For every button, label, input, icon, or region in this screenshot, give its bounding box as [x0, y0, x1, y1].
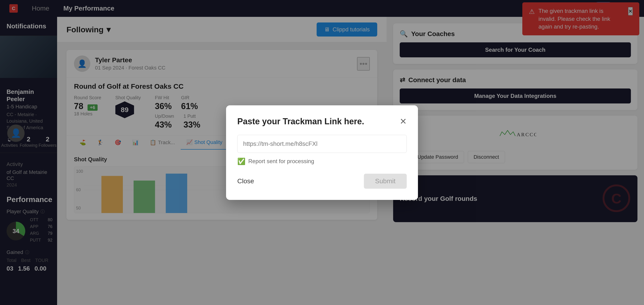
- success-icon: ✅: [237, 158, 246, 165]
- modal-submit-button[interactable]: Submit: [364, 174, 407, 189]
- modal-close-x-button[interactable]: ✕: [400, 116, 407, 126]
- modal-close-button[interactable]: Close: [237, 174, 254, 189]
- modal-overlay[interactable]: Paste your Trackman Link here. ✕ ✅ Repor…: [0, 0, 644, 305]
- trackman-modal: Paste your Trackman Link here. ✕ ✅ Repor…: [226, 105, 418, 200]
- modal-header: Paste your Trackman Link here. ✕: [237, 116, 407, 126]
- modal-footer: Close Submit: [237, 174, 407, 189]
- modal-success-message: ✅ Report sent for processing: [237, 158, 407, 165]
- modal-title: Paste your Trackman Link here.: [237, 116, 364, 126]
- success-text: Report sent for processing: [248, 158, 314, 164]
- trackman-link-input[interactable]: [237, 135, 407, 153]
